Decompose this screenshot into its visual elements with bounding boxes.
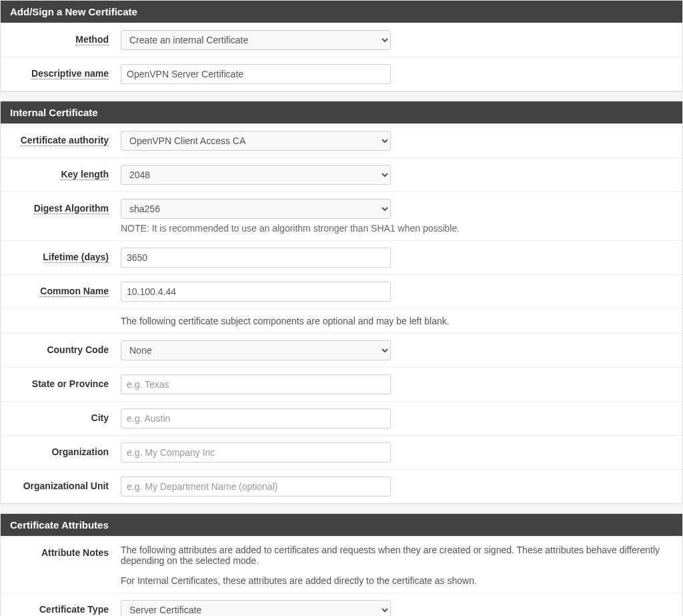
country-select[interactable]: None xyxy=(121,340,391,360)
row-org: Organization xyxy=(1,435,682,469)
digest-note: NOTE: It is recommended to use an algori… xyxy=(121,223,673,234)
row-country: Country Code None xyxy=(1,333,682,367)
panel-cert-attributes: Certificate Attributes Attribute Notes T… xyxy=(0,513,683,616)
label-cn: Common Name xyxy=(40,286,109,297)
attr-notes-p2: For Internal Certificates, these attribu… xyxy=(121,575,673,586)
org-input[interactable] xyxy=(121,442,391,463)
panel-add-sign: Add/Sign a New Certificate Method Create… xyxy=(0,0,683,91)
row-cert-type: Certificate Type Server Certificate Add … xyxy=(1,593,682,616)
method-select[interactable]: Create an internal Certificate xyxy=(121,30,391,50)
row-descriptive-name: Descriptive name xyxy=(1,57,682,91)
label-ca: Certificate authority xyxy=(21,135,109,146)
row-ou: Organizational Unit xyxy=(1,469,682,503)
label-keylen: Key length xyxy=(61,169,109,180)
ca-select[interactable]: OpenVPN Client Access CA xyxy=(121,131,391,151)
label-attr-notes: Attribute Notes xyxy=(41,547,109,558)
label-country: Country Code xyxy=(47,344,109,355)
label-lifetime: Lifetime (days) xyxy=(43,252,109,263)
label-state: State or Province xyxy=(32,378,109,389)
lifetime-input[interactable] xyxy=(121,248,391,268)
label-descriptive-name: Descriptive name xyxy=(31,68,109,79)
attr-notes-p1: The following attributes are added to ce… xyxy=(121,545,673,566)
row-keylen: Key length 2048 xyxy=(1,158,682,192)
state-input[interactable] xyxy=(121,374,391,394)
panel-header-add-sign: Add/Sign a New Certificate xyxy=(1,1,682,23)
optional-intro-text: The following certificate subject compon… xyxy=(121,316,673,326)
digest-select[interactable]: sha256 xyxy=(121,199,391,219)
label-digest: Digest Algorithm xyxy=(34,203,109,214)
row-digest: Digest Algorithm sha256 NOTE: It is reco… xyxy=(1,192,682,240)
row-city: City xyxy=(1,401,682,435)
cn-input[interactable] xyxy=(121,282,391,302)
ou-input[interactable] xyxy=(121,477,391,497)
row-method: Method Create an internal Certificate xyxy=(1,23,682,57)
row-state: State or Province xyxy=(1,367,682,401)
city-input[interactable] xyxy=(121,408,391,428)
row-attr-notes: Attribute Notes The following attributes… xyxy=(1,536,682,593)
label-method: Method xyxy=(75,34,109,45)
label-city: City xyxy=(91,412,109,423)
panel-header-attributes: Certificate Attributes xyxy=(1,514,682,536)
cert-type-select[interactable]: Server Certificate xyxy=(121,600,391,616)
panel-header-internal: Internal Certificate xyxy=(1,101,682,123)
row-lifetime: Lifetime (days) xyxy=(1,240,682,274)
row-cn: Common Name xyxy=(1,274,682,308)
label-cert-type: Certificate Type xyxy=(39,604,109,615)
label-ou: Organizational Unit xyxy=(23,481,109,491)
row-optional-intro: The following certificate subject compon… xyxy=(1,308,682,333)
descriptive-name-input[interactable] xyxy=(121,64,391,84)
row-ca: Certificate authority OpenVPN Client Acc… xyxy=(1,123,682,158)
keylen-select[interactable]: 2048 xyxy=(121,165,391,185)
panel-internal-certificate: Internal Certificate Certificate authori… xyxy=(0,101,683,504)
label-org: Organization xyxy=(51,446,109,457)
